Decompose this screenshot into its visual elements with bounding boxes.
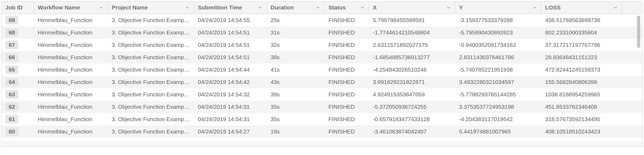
cell-loss: 155.5682840806399: [541, 76, 622, 88]
workflow-name-text: Himmelblau_Function: [38, 91, 92, 98]
table-row[interactable]: 69Himmelblau_Function3. Objective Functi…: [2, 14, 642, 26]
job-id-badge[interactable]: 69: [5, 16, 18, 24]
table-row[interactable]: 60Himmelblau_Function3. Objective Functi…: [2, 125, 642, 138]
cell-workflow-name: Himmelblau_Function: [34, 113, 108, 125]
status-text: FINISHED: [328, 79, 355, 85]
cell-job-id: 69: [2, 14, 34, 26]
x-value-text: -3.461063874042407: [373, 128, 427, 135]
col-header-label: Duration: [271, 4, 294, 11]
status-text: FINISHED: [328, 66, 355, 73]
chevron-down-icon[interactable]: [532, 5, 537, 10]
cell-workflow-name: Himmelblau_Function: [34, 26, 108, 39]
project-name-text: 3. Objective Function Exampl...: [112, 116, 190, 122]
table-row[interactable]: 68Himmelblau_Function3. Objective Functi…: [2, 26, 642, 39]
table-footer-spacer: [2, 142, 642, 146]
chevron-down-icon[interactable]: [360, 5, 365, 10]
vertical-scrollbar-thumb[interactable]: [637, 16, 640, 48]
cell-job-id: 67: [2, 39, 34, 51]
project-name-text: 3. Objective Function Exampl...: [112, 104, 190, 110]
chevron-down-icon[interactable]: [316, 5, 320, 10]
cell-workflow-name: Himmelblau_Function: [34, 125, 108, 138]
project-name-text: 3. Objective Function Exampl...: [112, 42, 190, 48]
vertical-scrollbar[interactable]: [636, 15, 641, 141]
col-header-status[interactable]: Status: [325, 2, 369, 13]
table-row[interactable]: 67Himmelblau_Function3. Objective Functi…: [2, 39, 642, 51]
duration-text: 39s: [271, 91, 280, 98]
table-row[interactable]: 62Himmelblau_Function3. Objective Functi…: [2, 101, 642, 113]
y-value-text: -5.795990430892623: [459, 29, 513, 36]
x-value-text: -1.6854885736913277: [373, 54, 430, 61]
cell-project-name: 3. Objective Function Exampl...: [108, 26, 194, 39]
x-value-text: 3.991829231822871: [373, 79, 425, 85]
cell-status: FINISHED: [325, 101, 369, 113]
cell-submission-time: 04/24/2019 14:54:51: [194, 39, 267, 51]
cell-loss: 318.57673592134495: [541, 113, 622, 125]
cell-job-id: 65: [2, 64, 34, 76]
col-header-loss[interactable]: LOSS: [541, 2, 622, 13]
table-row[interactable]: 65Himmelblau_Function3. Objective Functi…: [2, 64, 642, 76]
cell-status: FINISHED: [325, 76, 369, 88]
cell-duration: 35s: [267, 101, 325, 113]
cell-loss: 408.10518510243423: [541, 125, 622, 138]
cell-workflow-name: Himmelblau_Function: [34, 76, 108, 88]
cell-job-id: 62: [2, 101, 34, 113]
col-header-label: Status: [328, 4, 346, 11]
status-text: FINISHED: [328, 91, 355, 98]
table-row[interactable]: 64Himmelblau_Function3. Objective Functi…: [2, 76, 642, 88]
chevron-down-icon[interactable]: [613, 5, 618, 10]
duration-text: 31s: [271, 29, 280, 36]
cell-x: -1.7744614210548804: [369, 26, 455, 39]
job-id-badge[interactable]: 67: [5, 41, 18, 49]
submission-time-text: 04/24/2019 14:54:42: [198, 79, 250, 85]
status-text: FINISHED: [328, 42, 355, 48]
col-header-job-id[interactable]: Job ID: [2, 2, 34, 13]
col-header-x[interactable]: X: [369, 2, 455, 13]
cell-job-id: 63: [2, 88, 34, 101]
table-row[interactable]: 61Himmelblau_Function3. Objective Functi…: [2, 113, 642, 125]
workflow-name-text: Himmelblau_Function: [38, 66, 92, 73]
x-value-text: 2.6311571892027175: [373, 42, 428, 48]
col-header-y[interactable]: Y: [455, 2, 541, 13]
duration-text: 19s: [271, 128, 280, 135]
job-id-badge[interactable]: 61: [5, 115, 18, 124]
col-header-project-name[interactable]: Project Name: [108, 2, 194, 13]
chevron-down-icon[interactable]: [258, 5, 262, 10]
cell-x: -1.6854885736913277: [369, 51, 455, 64]
duration-text: 25s: [271, 17, 280, 23]
cell-x: 5.799798455599591: [369, 14, 455, 26]
col-header-duration[interactable]: Duration: [267, 2, 325, 13]
job-id-badge[interactable]: 60: [5, 127, 18, 136]
cell-job-id: 66: [2, 51, 34, 64]
chevron-down-icon[interactable]: [446, 5, 451, 10]
cell-y: 3.4932280321034597: [455, 76, 541, 88]
job-id-badge[interactable]: 66: [5, 53, 18, 62]
job-id-badge[interactable]: 64: [5, 78, 18, 86]
table-header-row: Job ID Workflow Name Project Name Submit…: [2, 2, 642, 14]
cell-workflow-name: Himmelblau_Function: [34, 88, 108, 101]
job-id-badge[interactable]: 63: [5, 90, 18, 99]
table-row[interactable]: 66Himmelblau_Function3. Objective Functi…: [2, 51, 642, 64]
chevron-down-icon[interactable]: [99, 5, 104, 10]
cell-workflow-name: Himmelblau_Function: [34, 64, 108, 76]
cell-project-name: 3. Objective Function Exampl...: [108, 76, 194, 88]
duration-text: 35s: [271, 104, 280, 110]
job-id-badge[interactable]: 68: [5, 28, 18, 37]
job-id-badge[interactable]: 62: [5, 103, 18, 111]
col-header-label: Job ID: [5, 4, 23, 11]
status-text: FINISHED: [328, 17, 355, 23]
cell-x: -5.372050936724255: [369, 101, 455, 113]
cell-workflow-name: Himmelblau_Function: [34, 101, 108, 113]
cell-y: -5.740785221951938: [455, 64, 541, 76]
project-name-text: 3. Objective Function Exampl...: [112, 54, 190, 61]
project-name-text: 3. Objective Function Exampl...: [112, 91, 190, 98]
loss-value-text: 28.83648431151223: [545, 54, 597, 61]
workflow-name-text: Himmelblau_Function: [38, 128, 92, 135]
cell-y: 2.8311430376461786: [455, 51, 541, 64]
cell-status: FINISHED: [325, 125, 369, 138]
col-header-submission-time[interactable]: Submittion Time: [194, 2, 267, 13]
table-row[interactable]: 63Himmelblau_Function3. Objective Functi…: [2, 88, 642, 101]
job-id-badge[interactable]: 65: [5, 65, 18, 74]
chevron-down-icon[interactable]: [185, 5, 190, 10]
project-name-text: 3. Objective Function Exampl...: [112, 17, 190, 23]
col-header-workflow-name[interactable]: Workflow Name: [34, 2, 108, 13]
